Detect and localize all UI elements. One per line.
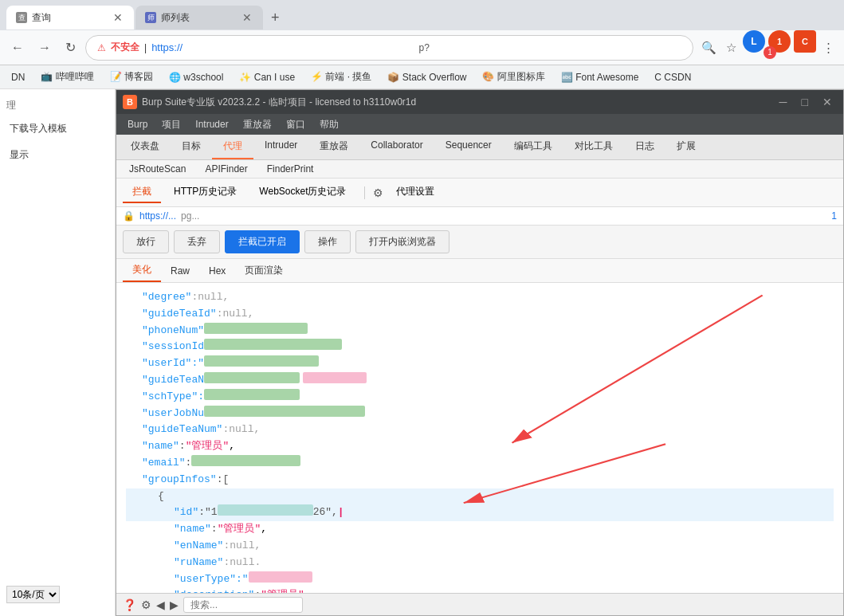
forward-button[interactable]: → [33,37,56,58]
burp-lock-icon: 🔒 [123,210,135,222]
burp-close[interactable]: ✕ [818,94,837,110]
plugin-tab-apifinder[interactable]: APIFinder [195,160,257,178]
menu-button[interactable]: ⋮ [819,30,838,65]
help-icon[interactable]: ❓ [123,598,136,611]
json-line-email: "email": ███████████████████ [126,455,834,472]
burp-url-end: 1 [831,210,837,222]
view-tab-beautify[interactable]: 美化 [123,259,161,282]
open-browser-button[interactable]: 打开内嵌浏览器 [355,230,449,253]
bookmark-w3s[interactable]: 🌐 w3school [164,69,228,85]
forward-nav-icon[interactable]: ▶ [170,598,179,611]
burp-tab-sequencer[interactable]: Sequencer [434,135,503,159]
sidebar-label: 理 [0,96,115,116]
burp-menu-help[interactable]: 帮助 [313,116,345,134]
json-line-degree: "degree":null, [126,289,834,306]
burp-tab-logger[interactable]: 日志 [624,135,665,159]
burp-menu-window[interactable]: 窗口 [280,116,312,134]
bookmark-caniuse[interactable]: ✨ Can I use [234,69,300,85]
settings-icon[interactable]: ⚙ [373,186,383,199]
tab-favicon-2: 师 [145,12,156,23]
page-size-selector[interactable]: 10条/页 [0,579,115,610]
json-content-area[interactable]: "degree":null, "guideTeaId":null, "phone… [116,283,843,593]
new-tab-button[interactable]: + [265,6,286,29]
burp-tab-encoder[interactable]: 编码工具 [503,135,563,159]
url-suffix: p? [419,42,681,53]
address-bar: ← → ↻ ⚠ 不安全 | https:// p? 🔍 ☆ L 1 1 C ⋮ [0,30,844,65]
extension-button-2[interactable]: C [794,30,816,53]
burp-tab-extensions[interactable]: 扩展 [665,135,707,159]
burp-menu-project[interactable]: 项目 [155,116,187,134]
burp-menu-intruder[interactable]: Intruder [189,116,234,132]
tab-close-2[interactable]: ✕ [241,11,253,24]
proxy-tab-ws-history[interactable]: WebSocket历史记录 [249,182,355,203]
json-line-guideteanum: "guideTeaNum":null, [126,422,834,438]
page-size-select[interactable]: 10条/页 [6,586,60,603]
json-line-name2: "name":"管理员", [126,521,834,538]
plugin-tab-fingerprint[interactable]: FinderPrint [257,160,324,178]
action-button[interactable]: 操作 [304,230,351,253]
view-tab-hex[interactable]: Hex [199,261,235,281]
burp-tab-intruder[interactable]: Intruder [253,135,308,159]
display-button[interactable]: 显示 [0,142,115,168]
view-tabs-bar: 美化 Raw Hex 页面渲染 [116,259,843,283]
proxy-tab-intercept[interactable]: 拦截 [123,182,161,203]
proxy-toolbar: 拦截 HTTP历史记录 WebSocket历史记录 ⚙ 代理设置 [116,179,843,207]
back-nav-icon[interactable]: ◀ [156,598,165,611]
profile-button[interactable]: L [743,30,765,53]
burp-tab-comparer[interactable]: 对比工具 [563,135,624,159]
burp-plugin-tabs: JsRouteScan APIFinder FinderPrint [116,160,843,179]
json-line-phonenum: "phoneNum" ██████████████████ [126,323,834,339]
view-tab-render[interactable]: 页面渲染 [235,260,292,281]
tab-title-2: 师列表 [161,11,236,25]
bookmark-bili[interactable]: 📺 哔哩哔哩 [36,68,98,86]
json-line-runame: "ruName":null. [126,555,834,571]
bookmark-frontend[interactable]: ⚡ 前端 · 摸鱼 [306,68,376,86]
browser-window: 查 查询 ✕ 师 师列表 ✕ + ← → ↻ ⚠ 不安全 | https:// … [0,0,844,616]
cursor-marker: | [338,504,344,521]
view-tab-raw[interactable]: Raw [161,261,199,281]
bookmark-cnblog[interactable]: 📝 博客园 [105,68,158,86]
proxy-tab-settings[interactable]: 代理设置 [387,182,444,203]
settings-bottom-icon[interactable]: ⚙ [141,598,151,611]
json-line-guidetean: "guideTeaN ██████████████ ████████ [126,372,834,389]
insecure-label: 不安全 [111,41,139,54]
proxy-tab-http-history[interactable]: HTTP历史记录 [164,182,246,203]
search-icon-btn[interactable]: 🔍 [698,30,720,65]
tab-1[interactable]: 查 查询 ✕ [6,6,134,29]
tab-2[interactable]: 师 师列表 ✕ [135,6,263,29]
bookmark-icon-btn[interactable]: ☆ [723,30,740,65]
security-icon: ⚠ [97,42,106,53]
json-line-groupinfos: "groupInfos":[ [126,472,834,488]
bottom-search-input[interactable] [183,597,303,613]
reload-button[interactable]: ↻ [61,37,80,58]
bookmark-0[interactable]: DN [6,69,29,85]
intercept-toggle-button[interactable]: 拦截已开启 [225,230,300,253]
burp-menu-repeater[interactable]: 重放器 [237,116,278,134]
burp-tab-proxy[interactable]: 代理 [212,135,253,159]
tab-close-1[interactable]: ✕ [112,11,124,24]
address-input[interactable]: ⚠ 不安全 | https:// p? [85,35,693,61]
burp-tab-collaborator[interactable]: Collaborator [359,135,434,159]
bookmark-csdn[interactable]: C CSDN [650,69,696,85]
bookmark-stackoverflow[interactable]: 📦 Stack Overflow [383,69,471,85]
burp-tab-target[interactable]: 目标 [171,135,212,159]
download-template-button[interactable]: 下载导入模板 [0,116,115,142]
burp-minimize[interactable]: ─ [775,94,792,110]
burp-maximize[interactable]: □ [797,94,813,110]
main-area: 理 下载导入模板 显示 10条/页 B Burp Suite专业版 v2023.… [0,89,844,616]
back-button[interactable]: ← [6,37,29,58]
tab-favicon-1: 查 [16,12,27,23]
bookmark-iconfont[interactable]: 🎨 阿里图标库 [477,68,549,86]
json-line-description: "description":"管理员", [126,587,834,593]
burp-menu-burp[interactable]: Burp [121,116,154,132]
drop-button[interactable]: 丢弃 [174,230,220,253]
burp-main-tabs: 仪表盘 目标 代理 Intruder 重放器 Collaborator Sequ… [116,135,843,160]
plugin-tab-jsroutescan[interactable]: JsRouteScan [120,160,195,178]
url-display: https:// [151,41,414,53]
burp-tab-repeater[interactable]: 重放器 [308,135,359,159]
burp-tab-dashboard[interactable]: 仪表盘 [120,135,171,159]
json-line-open-brace: { [126,488,834,505]
passthrough-button[interactable]: 放行 [123,230,169,253]
json-line-enname: "enName":null, [126,538,834,555]
bookmark-fontawesome[interactable]: 🔤 Font Awesome [556,69,644,85]
